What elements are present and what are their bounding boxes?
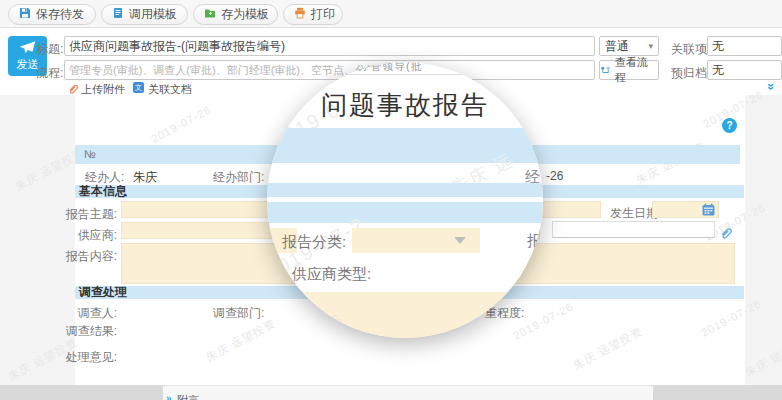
- postscript-chevron-icon: »: [166, 393, 172, 400]
- related-project-input[interactable]: [707, 36, 782, 56]
- template-save-icon: [204, 7, 216, 22]
- magnified-report-category-label: 报告分类:: [282, 233, 346, 252]
- handling-opinion-label: 处理意见:: [47, 349, 117, 366]
- investigation-result-label: 调查结果:: [47, 323, 117, 340]
- investigator-label: 调查人:: [47, 305, 117, 322]
- flow-label: 流程:: [36, 65, 63, 82]
- footer-right-panel: [653, 385, 782, 400]
- priority-select[interactable]: 普通 ▾: [599, 36, 659, 56]
- handle-date-value: -26: [546, 169, 563, 183]
- priority-value: 普通: [605, 38, 629, 55]
- chevron-down-icon: [454, 237, 466, 244]
- investigation-dept-label: 调查部门:: [213, 305, 264, 322]
- watermark: 朱庆 远望投资: [571, 324, 645, 373]
- view-flow-button[interactable]: 查看流程: [599, 60, 659, 80]
- print-button[interactable]: 打印: [283, 4, 343, 25]
- watermark: 2019-07-26: [149, 103, 213, 145]
- postscript-label: 附言: [177, 393, 199, 400]
- paper-plane-icon: [19, 40, 36, 55]
- print-icon: [294, 7, 306, 22]
- template-load-icon: [112, 7, 124, 22]
- attachment-field-input[interactable]: [552, 221, 715, 238]
- collapse-header-icon[interactable]: »: [764, 83, 779, 90]
- doc-number-label: №: [84, 148, 96, 160]
- load-template-label: 调用模板: [129, 6, 177, 23]
- load-template-button[interactable]: 调用模板: [101, 4, 188, 25]
- magnified-form-title: 问题事故报告: [267, 88, 543, 123]
- save-draft-button[interactable]: 保存待发: [8, 4, 96, 25]
- save-icon: [19, 7, 31, 22]
- magnifier-overlay: 节点、分管领导(批 2019-0 问题事故报告 朱庆 远 经 019-07-2 …: [267, 62, 543, 338]
- paperclip-blue-icon[interactable]: [719, 226, 733, 240]
- magnified-category-dropdown: [352, 228, 480, 253]
- link-document-link[interactable]: 关联文档: [148, 82, 192, 97]
- magnified-section-bar: [267, 202, 543, 223]
- calendar-icon[interactable]: [702, 203, 715, 216]
- link-document-icon: 文: [133, 82, 144, 93]
- save-as-template-label: 存为模板: [221, 6, 269, 23]
- flow-input[interactable]: [64, 60, 595, 80]
- incident-report-page: 保存待发 调用模板 存为模板 打印 发送 标题: 普通 ▾ 关联项目: 流程: …: [0, 0, 782, 400]
- prearchive-input[interactable]: [707, 60, 782, 80]
- print-label: 打印: [311, 6, 335, 23]
- watermark: 朱庆 远望投资: [204, 316, 278, 365]
- handler-dept-label: 经办部门:: [213, 169, 264, 186]
- report-content-label: 报告内容:: [47, 248, 117, 265]
- flow-chart-icon: [600, 65, 611, 76]
- magnified-supplier-type-label: 供应商类型:: [292, 265, 371, 284]
- save-draft-label: 保存待发: [36, 6, 84, 23]
- footer-postscript-bar[interactable]: » 附言: [163, 385, 653, 400]
- help-icon[interactable]: ?: [722, 118, 737, 133]
- footer-left-panel: [0, 385, 163, 400]
- magnified-section-bar: [267, 183, 543, 197]
- title-label: 标题:: [36, 41, 63, 58]
- supplier-label: 供应商:: [47, 227, 117, 244]
- save-as-template-button[interactable]: 存为模板: [193, 4, 278, 25]
- right-gutter: [745, 95, 782, 385]
- handler-value: 朱庆: [133, 169, 157, 186]
- toolbar: 保存待发 调用模板 存为模板 打印: [0, 0, 782, 28]
- upload-attachment-link[interactable]: 上传附件: [81, 82, 125, 97]
- view-flow-label: 查看流程: [615, 55, 658, 85]
- paperclip-orange-icon: [67, 83, 79, 95]
- title-input[interactable]: [64, 36, 595, 56]
- chevron-down-icon: ▾: [648, 41, 653, 51]
- report-subject-label: 报告主题:: [47, 206, 117, 223]
